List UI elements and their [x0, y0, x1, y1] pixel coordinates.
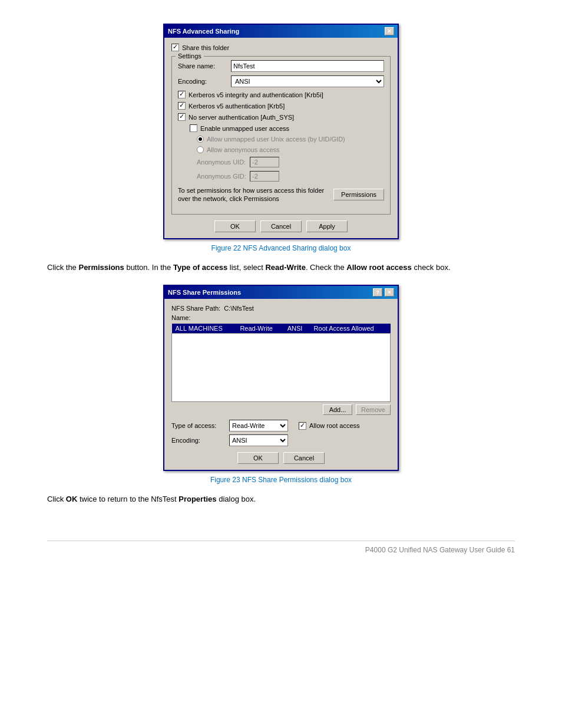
type-of-access-label: Type of access: — [171, 422, 224, 429]
allow-root-access-checkbox[interactable] — [299, 422, 306, 430]
col-header-machine: ALL MACHINES — [172, 324, 237, 334]
nfs-perms-body: NFS Share Path: C:\NfsTest Name: ALL MAC… — [164, 299, 398, 470]
anonymous-gid-row: Anonymous GID: — [178, 171, 384, 182]
anonymous-uid-input — [250, 157, 279, 167]
bottom-form: Type of access: Read-Write Allow root ac… — [171, 420, 391, 446]
anonymous-gid-label: Anonymous GID: — [197, 173, 250, 180]
kerberos-integrity-label: Kerberos v5 integrity and authentication… — [189, 91, 323, 98]
page-footer: P4000 G2 Unified NAS Gateway User Guide … — [47, 541, 515, 554]
encoding-label: Encoding: — [178, 78, 231, 85]
enable-unmapped-row: Enable unmapped user access — [178, 124, 384, 132]
table-cell-encoding — [284, 334, 310, 343]
permissions-button[interactable]: Permissions — [333, 189, 384, 200]
para1-bold1: Permissions — [78, 263, 124, 272]
type-of-access-row: Type of access: Read-Write Allow root ac… — [171, 420, 391, 431]
share-name-input[interactable] — [231, 60, 384, 72]
nfs-advanced-dialog: NFS Advanced Sharing ✕ Share this folder… — [163, 24, 399, 239]
share-name-row: Share name: — [178, 60, 384, 72]
nfs-share-path-value: C:\NfsTest — [224, 305, 254, 312]
col-header-root: Root Access Allowed — [310, 324, 391, 334]
name-label-row: Name: — [171, 314, 391, 321]
para1-bold3: Read-Write — [265, 263, 305, 272]
table-row — [172, 334, 391, 343]
help-button[interactable]: ? — [373, 288, 382, 297]
settings-group: Settings Share name: Encoding: ANSI — [171, 56, 391, 215]
para2-bold: OK — [66, 495, 78, 503]
cancel-button-perms[interactable]: Cancel — [283, 452, 325, 464]
body-text-para2: Click OK twice to return to the NfsTest … — [47, 493, 515, 505]
kerberos-integrity-row: Kerberos v5 integrity and authentication… — [178, 91, 384, 98]
type-of-access-select-wrapper: Read-Write — [229, 420, 288, 431]
encoding-select2[interactable]: ANSI — [229, 434, 288, 446]
kerberos-auth-checkbox[interactable] — [178, 102, 186, 110]
enable-unmapped-label: Enable unmapped user access — [200, 125, 289, 132]
nfs-advanced-buttons: OK Cancel Apply — [171, 220, 391, 232]
para1-post: check box. — [412, 263, 451, 272]
allow-unmapped-unix-row: Allow unmapped user Unix access (by UID/… — [178, 136, 384, 143]
share-this-folder-checkbox[interactable] — [171, 44, 179, 51]
footer-text: P4000 G2 Unified NAS Gateway User Guide … — [365, 546, 515, 554]
kerberos-auth-row: Kerberos v5 authentication [Krb5] — [178, 102, 384, 110]
encoding-select[interactable]: ANSI — [231, 75, 384, 87]
figure-23-container: NFS Share Permissions ? ✕ NFS Share Path… — [47, 285, 515, 471]
share-this-folder-label: Share this folder — [182, 44, 229, 51]
allow-unmapped-unix-radio[interactable] — [197, 136, 204, 143]
figure-22-caption: Figure 22 NFS Advanced Sharing dialog bo… — [47, 244, 515, 252]
nfs-share-path-row: NFS Share Path: C:\NfsTest — [171, 305, 391, 312]
page-content: NFS Advanced Sharing ✕ Share this folder… — [47, 24, 515, 554]
no-server-auth-row: No server authentication [Auth_SYS] — [178, 113, 384, 121]
encoding-select-wrapper2: ANSI — [229, 434, 288, 446]
nfs-perms-buttons: OK Cancel — [171, 452, 391, 464]
col-header-access: Read-Write — [236, 324, 283, 334]
para1-mid3: . Check the — [306, 263, 346, 272]
para1-mid2: list, select — [227, 263, 265, 272]
allow-unmapped-unix-label: Allow unmapped user Unix access (by UID/… — [207, 136, 345, 143]
permissions-text: To set permissions for how users access … — [178, 186, 329, 203]
type-of-access-select[interactable]: Read-Write — [229, 420, 288, 431]
permissions-row: To set permissions for how users access … — [178, 186, 384, 203]
name-label: Name: — [171, 314, 190, 321]
table-cell-machine — [172, 334, 237, 343]
no-server-auth-checkbox[interactable] — [178, 113, 186, 121]
cancel-button[interactable]: Cancel — [260, 220, 302, 232]
figure-22-container: NFS Advanced Sharing ✕ Share this folder… — [47, 24, 515, 239]
apply-button[interactable]: Apply — [306, 220, 348, 232]
close-button[interactable]: ✕ — [385, 27, 394, 35]
para2-pre: Click — [47, 495, 66, 503]
col-header-encoding: ANSI — [284, 324, 310, 334]
encoding-label2: Encoding: — [171, 437, 224, 444]
para2-post: twice to return to the NfsTest — [77, 495, 178, 503]
permissions-table: ALL MACHINES Read-Write ANSI Root Access… — [171, 324, 391, 402]
nfs-advanced-title: NFS Advanced Sharing — [168, 28, 239, 35]
no-server-auth-label: No server authentication [Auth_SYS] — [189, 114, 294, 121]
nfs-advanced-body: Share this folder Settings Share name: E… — [164, 38, 398, 238]
add-remove-row: Add... Remove — [171, 404, 391, 415]
para1-pre: Click the — [47, 263, 78, 272]
ok-button-perms[interactable]: OK — [237, 452, 279, 464]
share-this-folder-row: Share this folder — [171, 44, 391, 51]
kerberos-integrity-checkbox[interactable] — [178, 91, 186, 98]
figure-23-caption: Figure 23 NFS Share Permissions dialog b… — [47, 476, 515, 484]
table-cell-root — [310, 334, 391, 343]
nfs-share-path-label: NFS Share Path: — [171, 305, 220, 312]
add-button[interactable]: Add... — [323, 404, 352, 415]
allow-root-access-label: Allow root access — [309, 422, 360, 429]
ok-button[interactable]: OK — [214, 220, 256, 232]
nfs-perms-titlebar: NFS Share Permissions ? ✕ — [164, 286, 398, 299]
nfs-advanced-titlebar: NFS Advanced Sharing ✕ — [164, 25, 398, 38]
anonymous-uid-row: Anonymous UID: — [178, 157, 384, 167]
allow-anonymous-label: Allow anonymous access — [207, 146, 280, 153]
encoding-select-wrapper: ANSI — [231, 75, 384, 87]
kerberos-auth-label: Kerberos v5 authentication [Krb5] — [189, 103, 285, 110]
allow-anonymous-radio[interactable] — [197, 146, 204, 153]
nfs-perms-dialog: NFS Share Permissions ? ✕ NFS Share Path… — [163, 285, 399, 471]
close-button[interactable]: ✕ — [385, 288, 394, 297]
para1-bold2: Type of access — [173, 263, 227, 272]
para2-bold2: Properties — [178, 495, 216, 503]
anonymous-gid-input — [250, 171, 279, 182]
settings-legend: Settings — [176, 52, 204, 60]
remove-button[interactable]: Remove — [356, 404, 391, 415]
para1-mid: button. In the — [124, 263, 173, 272]
enable-unmapped-checkbox[interactable] — [190, 124, 197, 132]
encoding-row: Encoding: ANSI — [178, 75, 384, 87]
